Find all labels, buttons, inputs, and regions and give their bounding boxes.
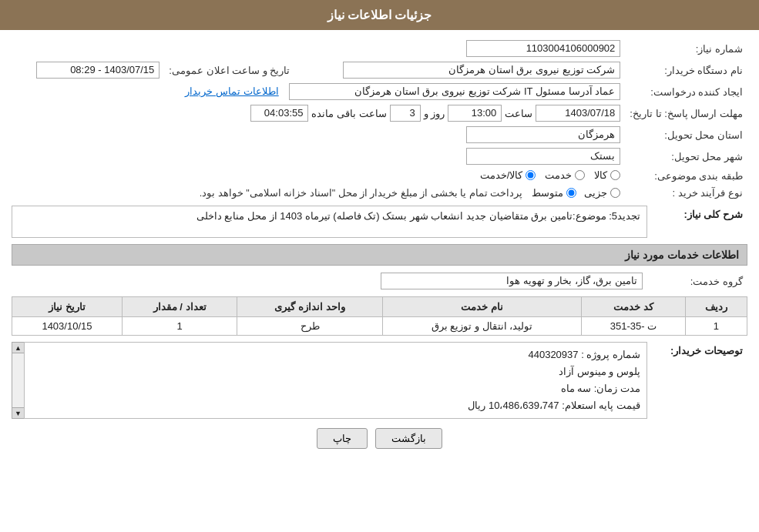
print-button[interactable]: چاپ <box>317 428 368 449</box>
process-notice: پرداخت تمام یا بخشی از مبلغ خریدار از مح… <box>200 187 523 199</box>
subject-radio-kala-khedmat[interactable] <box>526 170 536 180</box>
process-radio-motavasset[interactable] <box>566 188 576 198</box>
page-container: جزئیات اطلاعات نیاز شماره نیاز: 11030041… <box>0 0 759 532</box>
subject-radio-kala-khedmat-text: کالا/خدمت <box>480 169 523 181</box>
subject-label: طبقه بندی موضوعی: <box>625 167 747 185</box>
announce-value: 1403/07/15 - 08:29 <box>36 62 160 79</box>
subject-radio-kala-text: کالا <box>594 169 607 181</box>
buyer-name-label: نام دستگاه خریدار: <box>625 59 747 81</box>
process-radio-motavasset-text: متوسط <box>532 187 563 199</box>
col-unit: واحد اندازه گیری <box>237 297 382 317</box>
need-desc-section: شرح کلی نیاز: تجدید5: موضوع:تامین برق مت… <box>12 206 747 238</box>
back-button[interactable]: بازگشت <box>375 428 442 449</box>
table-cell: 1 <box>122 317 237 336</box>
service-group-table: گروه خدمت: تامین برق، گاز، بخار و تهویه … <box>12 270 747 292</box>
buyer-desc-line3: مدت زمان: سه ماه <box>31 380 640 397</box>
col-qty: تعداد / مقدار <box>122 297 237 317</box>
services-table: ردیف کد خدمت نام خدمت واحد اندازه گیری ت… <box>12 296 747 336</box>
content-area: شماره نیاز: 1103004106000902 نام دستگاه … <box>0 30 759 464</box>
service-group-label: گروه خدمت: <box>647 270 747 292</box>
service-group-cell: تامین برق، گاز، بخار و تهویه هوا <box>12 270 647 292</box>
service-group-value: تامین برق، گاز، بخار و تهویه هوا <box>381 273 643 289</box>
response-date-cell: 1403/07/18 ساعت 13:00 روز و 3 ساعت باقی … <box>12 102 625 124</box>
button-row: بازگشت چاپ <box>12 428 747 449</box>
subject-radio-kala-label[interactable]: کالا <box>594 169 620 181</box>
request-number-label: شماره نیاز: <box>625 38 747 59</box>
province-value: هرمزگان <box>466 126 620 143</box>
table-cell: طرح <box>237 317 382 336</box>
buyer-desc-line2: پلوس و مینوس آزاد <box>31 363 640 380</box>
province-row: استان محل تحویل: هرمزگان <box>12 124 747 146</box>
buyer-desc-line4: قیمت پایه استعلام: 10،486،639،747 ریال <box>31 397 640 414</box>
process-radio-jazei-text: جزیی <box>584 187 607 199</box>
services-section-title: اطلاعات خدمات مورد نیاز <box>12 244 747 266</box>
col-name: نام خدمت <box>382 297 581 317</box>
remaining-time-value: 04:03:55 <box>250 105 308 122</box>
province-label: استان محل تحویل: <box>625 124 747 146</box>
buyer-desc-text: شماره پروژه : 440320937 پلوس و مینوس آزا… <box>24 342 647 419</box>
subject-radio-kala[interactable] <box>610 170 620 180</box>
response-date-value: 1403/07/18 <box>536 105 620 122</box>
buyer-name-value: شرکت توزیع نیروی برق استان هرمزگان <box>343 62 620 79</box>
city-label: شهر محل تحویل: <box>625 146 747 167</box>
city-row: شهر محل تحویل: بستک <box>12 146 747 167</box>
province-cell: هرمزگان <box>12 124 625 146</box>
process-label: نوع فرآیند خرید : <box>625 185 747 201</box>
response-day-value: 3 <box>390 105 421 122</box>
table-cell: 1403/10/15 <box>12 317 123 336</box>
info-table: شماره نیاز: 1103004106000902 نام دستگاه … <box>12 38 747 201</box>
scroll-track <box>12 353 24 407</box>
page-title: جزئیات اطلاعات نیاز <box>327 8 432 22</box>
request-number-cell: 1103004106000902 <box>294 38 625 59</box>
process-cell: جزیی متوسط پرداخت تمام یا بخشی از مبلغ خ… <box>12 185 625 201</box>
creator-label: ایجاد کننده درخواست: <box>625 81 747 102</box>
city-value: بستک <box>466 148 620 165</box>
process-row: نوع فرآیند خرید : جزیی متوسط <box>12 185 747 201</box>
col-date: تاریخ نیاز <box>12 297 123 317</box>
process-radio-jazei[interactable] <box>610 188 620 198</box>
table-cell: ت -35-351 <box>582 317 686 336</box>
subject-radio-khedmat[interactable] <box>575 170 585 180</box>
col-code: کد خدمت <box>582 297 686 317</box>
creator-value: عماد آدرسا مسئول IT شرکت توزیع نیروی برق… <box>289 83 620 100</box>
remaining-time-label: ساعت باقی مانده <box>311 108 386 119</box>
subject-row: طبقه بندی موضوعی: کالا خدمت <box>12 167 747 185</box>
buyer-desc-section: توصیحات خریدار: شماره پروژه : 440320937 … <box>12 342 747 419</box>
response-date-row: مهلت ارسال پاسخ: تا تاریخ: 1403/07/18 سا… <box>12 102 747 124</box>
creator-cell: عماد آدرسا مسئول IT شرکت توزیع نیروی برق… <box>12 81 625 102</box>
scroll-down-btn[interactable]: ▼ <box>12 407 24 418</box>
table-cell: 1 <box>685 317 747 336</box>
page-header: جزئیات اطلاعات نیاز <box>0 0 759 30</box>
table-row: 1ت -35-351تولید، انتقال و توزیع برقطرح11… <box>12 317 747 336</box>
buyer-announce-row: نام دستگاه خریدار: شرکت توزیع نیروی برق … <box>12 59 747 81</box>
col-radif: ردیف <box>685 297 747 317</box>
services-table-header-row: ردیف کد خدمت نام خدمت واحد اندازه گیری ت… <box>12 297 747 317</box>
creator-row: ایجاد کننده درخواست: عماد آدرسا مسئول IT… <box>12 81 747 102</box>
subject-radio-kala-khedmat-label[interactable]: کالا/خدمت <box>480 169 536 181</box>
subject-radio-khedmat-text: خدمت <box>545 169 572 181</box>
need-desc-label: شرح کلی نیاز: <box>647 206 747 223</box>
process-radio-jazei-label[interactable]: جزیی <box>584 187 620 199</box>
response-time-label: ساعت <box>505 108 532 119</box>
services-table-body: 1ت -35-351تولید، انتقال و توزیع برقطرح11… <box>12 317 747 336</box>
request-number-value: 1103004106000902 <box>466 40 620 57</box>
request-number-row: شماره نیاز: 1103004106000902 <box>12 38 747 59</box>
response-date-label: مهلت ارسال پاسخ: تا تاریخ: <box>625 102 747 124</box>
service-group-row: گروه خدمت: تامین برق، گاز، بخار و تهویه … <box>12 270 747 292</box>
response-time-value: 13:00 <box>448 105 502 122</box>
buyer-name-cell: شرکت توزیع نیروی برق استان هرمزگان <box>294 59 625 81</box>
scroll-up-btn[interactable]: ▲ <box>12 343 24 353</box>
creator-link[interactable]: اطلاعات تماس خریدار <box>185 85 278 97</box>
table-cell: تولید، انتقال و توزیع برق <box>382 317 581 336</box>
buyer-desc-label: توصیحات خریدار: <box>647 342 747 360</box>
announce-cell: 1403/07/15 - 08:29 <box>12 59 164 81</box>
services-table-head: ردیف کد خدمت نام خدمت واحد اندازه گیری ت… <box>12 297 747 317</box>
subject-cell: کالا خدمت کالا/خدمت <box>12 167 625 185</box>
subject-radio-khedmat-label[interactable]: خدمت <box>545 169 585 181</box>
announce-label: تاریخ و ساعت اعلان عمومی: <box>164 59 294 81</box>
need-desc-value: تجدید5: موضوع:تامین برق متقاضیان جدید ان… <box>12 206 647 238</box>
city-cell: بستک <box>12 146 625 167</box>
response-day-label: روز و <box>424 108 445 119</box>
process-radio-motavasset-label[interactable]: متوسط <box>532 187 576 199</box>
buyer-desc-line1: شماره پروژه : 440320937 <box>31 346 640 363</box>
